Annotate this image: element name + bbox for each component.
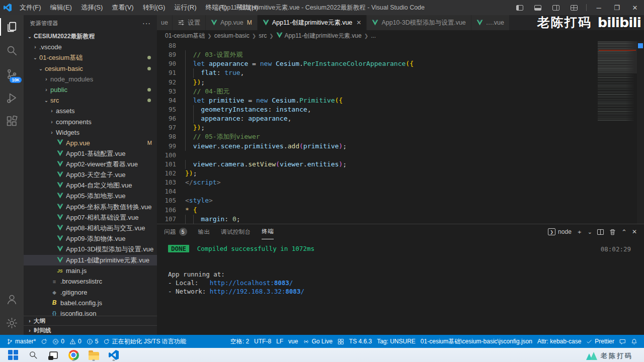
- tree-item[interactable]: App05-添加地形.vue: [24, 191, 157, 202]
- status-2[interactable]: 空格: 2: [228, 335, 252, 348]
- tree-item[interactable]: App03-天空盒子.vue: [24, 169, 157, 180]
- tree-item[interactable]: ›.vscode: [24, 42, 157, 52]
- tree-item[interactable]: App09-添加物体.vue: [24, 234, 157, 244]
- tree-item[interactable]: App.vueM: [24, 138, 157, 148]
- terminal-link[interactable]: /: [300, 288, 304, 295]
- breadcrumb-item[interactable]: 01-cesium基础: [165, 32, 205, 40]
- status-JSTS[interactable]: 正在初始化 JS/TS 语言功能: [101, 335, 188, 348]
- restore-icon[interactable]: ❐: [608, 0, 626, 15]
- status-grid-icon[interactable]: [335, 335, 347, 348]
- activity-source-control[interactable]: 10K: [0, 62, 24, 86]
- layout-sidebar-right-icon[interactable]: [547, 0, 565, 15]
- terminal-link[interactable]: /: [289, 279, 293, 287]
- status-TagUNSURE[interactable]: Tag: UNSURE: [374, 335, 418, 348]
- sidebar-more-actions-icon[interactable]: ···: [142, 19, 151, 27]
- close-icon[interactable]: ✕: [626, 0, 644, 15]
- taskbar-search[interactable]: [25, 348, 41, 361]
- taskbar-file-explorer[interactable]: [86, 348, 102, 361]
- tree-item[interactable]: Bbabel.config.js: [24, 298, 157, 308]
- status-0[interactable]: 0: [67, 335, 84, 348]
- tab-….vue[interactable]: ….vue: [471, 15, 510, 30]
- sidebar-section-大纲[interactable]: ›大纲: [24, 316, 157, 325]
- status-GoLive[interactable]: Go Live: [300, 335, 335, 348]
- activity-accounts[interactable]: [0, 288, 24, 311]
- tree-item[interactable]: ›node_modules: [24, 74, 157, 84]
- status-0[interactable]: 0: [50, 335, 67, 348]
- minimize-icon[interactable]: ─: [590, 0, 608, 15]
- layout-customize-icon[interactable]: [565, 0, 583, 15]
- tree-item[interactable]: App04-自定义地图.vue: [24, 180, 157, 191]
- panel-tab-终端[interactable]: 终端: [262, 224, 274, 239]
- activity-extensions[interactable]: [0, 110, 24, 133]
- code-editor[interactable]: 8889 // 03-设置外观90 let appearance = new C…: [157, 41, 644, 224]
- split-terminal-icon[interactable]: [597, 229, 604, 235]
- tab-设置[interactable]: 设置: [173, 15, 206, 30]
- status-sync-icon[interactable]: [38, 335, 50, 348]
- menu-item-E[interactable]: 编辑(E): [46, 0, 76, 15]
- tree-item[interactable]: App11-创建primitive元素.vue: [24, 255, 157, 265]
- tree-item[interactable]: ⌄01-cesium基础: [24, 52, 157, 63]
- tree-item[interactable]: App06-坐标系与数值转换.vue: [24, 202, 157, 212]
- chevron-up-icon[interactable]: ⌃: [621, 228, 627, 236]
- taskbar-chrome[interactable]: [65, 348, 82, 361]
- editor-scrollbar[interactable]: [637, 41, 644, 224]
- activity-settings[interactable]: [0, 311, 24, 335]
- activity-search[interactable]: [0, 39, 24, 62]
- tab-ue[interactable]: ue: [157, 15, 173, 30]
- breadcrumb-item[interactable]: App11-创建primitive元素.vue: [276, 32, 362, 40]
- terminal-link[interactable]: http://localhost:: [210, 279, 274, 287]
- sidebar-section-时间线[interactable]: ›时间线: [24, 325, 157, 335]
- breadcrumb-item[interactable]: ...: [371, 32, 376, 39]
- tree-item[interactable]: ›components: [24, 117, 157, 127]
- tree-item[interactable]: ⌄src: [24, 95, 157, 106]
- chevron-down-icon[interactable]: ⌄: [588, 229, 592, 235]
- breadcrumb[interactable]: 01-cesium基础❯cesium-basic❯src❯App11-创建pri…: [157, 30, 644, 41]
- menu-item-G[interactable]: 转到(G): [138, 0, 170, 15]
- tree-item[interactable]: JSmain.js: [24, 265, 157, 276]
- status-vue[interactable]: vue: [286, 335, 300, 348]
- tab-App.vue[interactable]: App.vueM: [206, 15, 258, 30]
- status-Attrkebabcase[interactable]: Attr: kebab-case: [535, 335, 584, 348]
- status-LF[interactable]: LF: [274, 335, 286, 348]
- tree-item[interactable]: App01-基础配置.vue: [24, 148, 157, 159]
- tree-item[interactable]: ≡.browserslistrc: [24, 276, 157, 287]
- panel-tab-问题[interactable]: 问题5: [164, 224, 187, 239]
- close-icon[interactable]: ✕: [632, 228, 637, 235]
- breadcrumb-item[interactable]: src: [259, 32, 267, 39]
- status-01cesiumcesiumbasi[interactable]: 01-cesium基础\cesium-basic\jsconfig.json: [418, 335, 535, 348]
- layout-sidebar-left-icon[interactable]: [511, 0, 529, 15]
- status-master[interactable]: master*: [4, 335, 38, 348]
- breadcrumb-item[interactable]: cesium-basic: [214, 32, 250, 39]
- menu-item-V[interactable]: 查看(V): [107, 0, 138, 15]
- status-5[interactable]: 5: [84, 335, 101, 348]
- taskbar-task-view[interactable]: [45, 348, 61, 361]
- status-bell-icon[interactable]: [628, 335, 640, 348]
- status-UTF8[interactable]: UTF-8: [252, 335, 274, 348]
- terminal-shell-icon[interactable]: ❯node: [548, 228, 572, 235]
- tree-item[interactable]: ◆.gitignore: [24, 287, 157, 298]
- status-feedback-icon[interactable]: [617, 335, 628, 348]
- layout-panel-icon[interactable]: [529, 0, 547, 15]
- tree-item[interactable]: ⌄CESIUM2022最新教程: [24, 31, 157, 42]
- taskbar-start[interactable]: [5, 348, 21, 361]
- trash-icon[interactable]: [609, 228, 616, 236]
- tree-item[interactable]: ›public: [24, 84, 157, 95]
- panel-tab-输出[interactable]: 输出: [198, 224, 210, 239]
- status-Prettier[interactable]: Prettier: [584, 335, 617, 348]
- activity-explorer[interactable]: [0, 15, 24, 39]
- tree-item[interactable]: App02-viewer查看器.vue: [24, 159, 157, 169]
- tree-item[interactable]: ⌄cesium-basic: [24, 63, 157, 74]
- tree-item[interactable]: ›assets: [24, 106, 157, 116]
- status-TS463[interactable]: TS 4.6.3: [347, 335, 374, 348]
- tree-item[interactable]: App10-3D模型添加与设置.vue: [24, 244, 157, 255]
- terminal-output[interactable]: DONE Compiled successfully in 1072ms App…: [157, 239, 644, 296]
- taskbar-vscode[interactable]: [106, 348, 122, 361]
- terminal-link[interactable]: 8083: [285, 288, 300, 295]
- tree-item[interactable]: App07-相机基础设置.vue: [24, 212, 157, 223]
- menu-item-F[interactable]: 文件(F): [15, 0, 46, 15]
- menu-item-R[interactable]: 运行(R): [170, 0, 201, 15]
- terminal-link[interactable]: 8083: [274, 279, 289, 287]
- tab-close-icon[interactable]: ✕: [356, 19, 361, 26]
- menu-item-S[interactable]: 选择(S): [76, 0, 107, 15]
- terminal-link[interactable]: http://192.168.3.32:: [210, 288, 286, 295]
